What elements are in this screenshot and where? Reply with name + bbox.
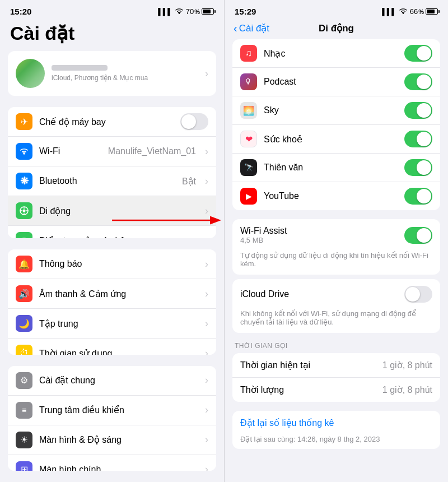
sound-item[interactable]: 🔊 Âm thanh & Cảm ứng › [8,279,216,309]
sky-item[interactable]: 🌅 Sky [232,96,440,125]
wifi-assist-size: 4,5 MB [240,236,404,244]
youtube-toggle[interactable] [404,188,432,205]
app-toggles-group: ♫ Nhạc 🎙 Podcast 🌅 Sky [232,39,440,210]
signal-icon: ▌▌▌ [158,8,172,16]
youtube-label: YouTube [264,191,398,201]
health-label: Sức khoẻ [264,134,398,145]
svg-point-8 [403,13,404,14]
icloud-group: iCloud Drive Khi không kết nối với Wi-Fi… [232,279,440,333]
display-label: Màn hình & Độ sáng [39,434,198,445]
right-status-icons: ▌▌▌ 66% [382,7,438,16]
youtube-item[interactable]: ▶ YouTube [232,182,440,210]
right-signal-icon: ▌▌▌ [382,8,396,16]
icloud-title: iCloud Drive [240,289,404,299]
reset-item[interactable]: Đặt lại số liệu thống kê [232,411,440,435]
podcast-item[interactable]: 🎙 Podcast [232,68,440,96]
wifi-value: Manulife_VietNam_01 [108,146,196,156]
mobile-item[interactable]: Di động › [8,196,216,226]
call-time-group: Thời gian hiện tại 1 giờ, 8 phút Thời lư… [232,353,440,402]
screentime-icon: ⏱ [16,345,32,354]
connectivity-group: ✈ Chế độ máy bay Wi-Fi Manulife_VietNam_… [8,107,216,238]
music-label: Nhạc [264,48,398,59]
airplane-icon: ✈ [16,113,32,130]
display-icon: ☀ [16,432,32,448]
call-time-section-label: THỜI GIAN GỌI [232,342,440,353]
mobile-label: Di động [39,206,198,216]
reset-date: Đặt lại sau cùng: 14:26, ngày 8 thg 2, 2… [232,435,440,449]
duration-label: Thời lượng [240,384,382,395]
wifi-assist-desc: Tự động sử dụng dữ liệu di động khi tín … [232,251,440,275]
control-item[interactable]: ≡ Trung tâm điều khiển › [8,396,216,425]
wifi-assist-info: Wi-Fi Assist 4,5 MB [240,226,404,244]
wifi-chevron-icon: › [205,146,208,157]
nav-title: Di động [319,22,354,34]
wifi-item[interactable]: Wi-Fi Manulife_VietNam_01 › [8,137,216,166]
health-toggle[interactable] [404,131,432,147]
music-app-icon: ♫ [240,45,257,62]
profile-info: iCloud, Phương tiện & Mục mua [52,65,198,82]
astronomy-toggle[interactable] [404,159,432,176]
focus-label: Tập trung [39,318,198,329]
icloud-item[interactable]: iCloud Drive [232,279,440,309]
current-time-item: Thời gian hiện tại 1 giờ, 8 phút [232,353,440,378]
wifi-assist-toggle[interactable] [404,227,432,244]
bluetooth-chevron-icon: › [205,175,208,187]
reset-link[interactable]: Đặt lại số liệu thống kê [240,418,334,428]
svg-point-0 [179,13,180,14]
svg-point-1 [24,153,25,154]
battery-icon: 70% [186,7,214,16]
podcast-label: Podcast [264,77,398,87]
nav-back-button[interactable]: ‹ Cài đặt [234,22,269,35]
duration-value: 1 giờ, 8 phút [382,384,432,395]
focus-item[interactable]: 🌙 Tập trung › [8,309,216,339]
wifi-icon [175,7,184,16]
nav-container: ‹ Cài đặt Di động [225,20,448,39]
wifi-assist-item[interactable]: Wi-Fi Assist 4,5 MB [232,219,440,251]
control-icon: ≡ [16,402,32,419]
health-item[interactable]: ❤ Sức khoẻ [232,125,440,154]
mobile-chevron-icon: › [205,205,208,217]
display-item[interactable]: ☀ Màn hình & Độ sáng › [8,425,216,455]
bluetooth-item[interactable]: ❋ Bluetooth Bật › [8,166,216,196]
current-time-value: 1 giờ, 8 phút [382,360,432,370]
airplane-label: Chế độ máy bay [39,117,174,127]
duration-item: Thời lượng 1 giờ, 8 phút [232,378,440,402]
sound-chevron: › [205,288,208,300]
left-status-icons: ▌▌▌ 70% [158,7,214,16]
general-chevron: › [205,374,208,386]
control-label: Trung tâm điều khiển [39,405,198,415]
profile-chevron-icon: › [205,68,208,80]
homescreen-icon: ⊞ [16,461,32,471]
podcast-toggle[interactable] [404,73,432,90]
general-item[interactable]: ⚙ Cài đặt chung › [8,366,216,396]
wifi-assist-title: Wi-Fi Assist [240,226,404,236]
wifi-label: Wi-Fi [39,146,101,156]
focus-icon: 🌙 [16,315,32,332]
youtube-app-icon: ▶ [240,188,257,205]
music-item[interactable]: ♫ Nhạc [232,39,440,68]
airplane-item[interactable]: ✈ Chế độ máy bay [8,107,216,137]
back-chevron-icon: ‹ [234,22,237,35]
astronomy-app-icon: 🔭 [240,159,257,176]
notify-label: Thông báo [39,259,198,269]
notify-item[interactable]: 🔔 Thông báo › [8,249,216,279]
profile-card[interactable]: iCloud, Phương tiện & Mục mua › [8,51,216,96]
screentime-item[interactable]: ⏱ Thời gian sử dụng › [8,339,216,354]
homescreen-label: Màn hình chính [39,465,198,471]
right-battery-icon: 66% [410,7,438,16]
wifi-settings-icon [16,143,32,160]
astronomy-item[interactable]: 🔭 Thiên văn [232,154,440,182]
music-toggle[interactable] [404,45,432,62]
left-time: 15:20 [10,7,31,16]
homescreen-item[interactable]: ⊞ Màn hình chính › [8,455,216,471]
hotspot-item[interactable]: Điểm truy cập cá nhân › [8,226,216,238]
right-panel: 15:29 ▌▌▌ 66% ‹ Cài đặt Di động [224,0,448,482]
sky-app-icon: 🌅 [240,102,257,119]
airplane-toggle[interactable] [180,113,208,130]
icloud-toggle[interactable] [404,286,432,303]
hotspot-icon [16,232,32,238]
sky-toggle[interactable] [404,102,432,119]
hotspot-chevron-icon: › [205,235,208,239]
right-scroll-content: ♫ Nhạc 🎙 Podcast 🌅 Sky [225,39,448,482]
homescreen-chevron: › [205,464,208,471]
